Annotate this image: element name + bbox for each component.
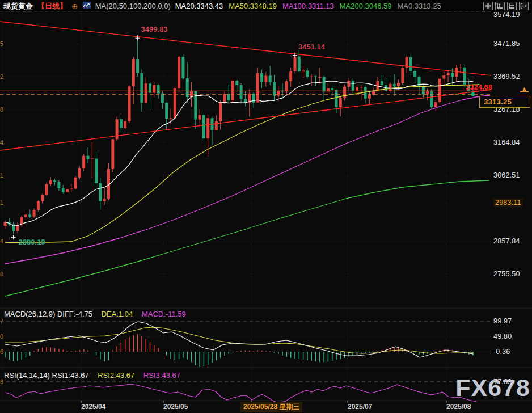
pane-expand-icon[interactable]: [519, 2, 529, 10]
axis-scale-right-icon[interactable]: [507, 2, 517, 10]
y-axis-label: 2755.50: [493, 270, 520, 278]
x-axis-label: 2025/04: [81, 403, 105, 411]
macd-diff-value: MACD(26,12,9) DIFF:-4.75: [4, 310, 92, 318]
current-price-box: 3313.25: [479, 96, 530, 108]
left-axis-fragment: 3: [0, 378, 3, 385]
ma-settings-label: MA(20,50,100,200,0,0): [95, 2, 171, 10]
x-axis-label: 2025/08: [446, 403, 471, 411]
left-axis-fragment: 1: [0, 172, 3, 179]
rsi1-value: RSI(14,14,14) RSI1:43.67: [4, 371, 89, 380]
period-selector[interactable]: 【日线】: [37, 1, 67, 11]
mini-chart-icon: [83, 2, 91, 11]
y-axis-label: 77.63: [493, 378, 512, 386]
crosshair-move-icon[interactable]: [483, 2, 493, 10]
rsi2-value: RSI2:43.67: [98, 371, 134, 380]
ma-value-4: MA0:3313.25: [398, 2, 441, 10]
toolbar: 现货黄金 【日线】 ⊕ MA(20,50,100,200,0,0) MA20:3…: [0, 0, 532, 11]
chart-canvas[interactable]: [0, 0, 532, 413]
y-axis-label: -0.36: [493, 348, 510, 356]
macd-dea-value: DEA:1.04: [102, 310, 133, 318]
left-axis-fragment: 4: [0, 139, 3, 146]
macd-hist-value: MACD:-11.59: [142, 310, 186, 318]
price-low-annotation: 2880.19: [19, 238, 45, 246]
macd-panel-title: MACD(26,12,9) DIFF:-4.75 DEA:1.04 MACD:-…: [4, 310, 193, 318]
ma-value-2: MA100:3311.13: [282, 2, 334, 10]
y-axis-label: 3369.52: [493, 73, 520, 81]
add-indicator-icon[interactable]: ⊕: [71, 2, 78, 10]
rsi-panel-title: RSI(14,14,14) RSI1:43.67 RSI2:43.67 RSI3…: [4, 371, 187, 380]
ma-value-3: MA200:3046.59: [340, 2, 392, 10]
x-axis-label: 2025/07: [348, 403, 372, 411]
y-axis-label: 3062.51: [493, 171, 520, 179]
price-high-annotation: 3451.14: [298, 43, 325, 51]
current-price-value: 3313.25: [480, 98, 512, 106]
y-axis-label: 49.80: [493, 332, 512, 340]
x-axis-highlighted-date: 2025/05/28 星期三: [240, 402, 302, 412]
left-axis-fragment: 6: [0, 348, 3, 355]
toolbar-icon-group: [483, 2, 529, 10]
y-axis-label: 3574.19: [493, 11, 520, 19]
ma-value-0: MA20:3343.43: [175, 2, 223, 10]
price-up-arrow-icon: ▲: [520, 86, 529, 92]
symbol-name: 现货黄金: [3, 1, 33, 11]
rsi3-value: RSI3:43.67: [143, 371, 180, 380]
y-axis-label: 99.97: [493, 317, 512, 325]
resistance-price-label: 3324.68: [466, 83, 492, 91]
left-axis-fragment: 2: [0, 73, 3, 80]
y-axis-label: 2983.11: [493, 199, 523, 206]
y-axis-label: 3471.85: [493, 40, 520, 48]
left-axis-fragment: 8: [0, 106, 3, 113]
axis-scale-up-icon[interactable]: [495, 2, 505, 10]
left-axis-fragment: 0: [0, 333, 3, 340]
left-axis-fragment: 4: [0, 238, 3, 245]
price-high-annotation: 3499.83: [141, 25, 168, 33]
ma-value-1: MA50:3348.19: [229, 2, 277, 10]
y-axis-label: 2857.84: [493, 237, 520, 245]
ma-values: MA20:3343.43MA50:3348.19MA100:3311.13MA2…: [175, 2, 447, 10]
left-axis-fragment: 1: [0, 199, 3, 206]
left-axis-fragment: 7: [0, 318, 3, 324]
left-axis-fragment: 5: [0, 40, 3, 47]
trading-chart-window: 现货黄金 【日线】 ⊕ MA(20,50,100,200,0,0) MA20:3…: [0, 0, 532, 413]
x-axis-label: 2025/05: [163, 403, 188, 411]
y-axis-label: 3164.84: [493, 138, 520, 146]
left-axis-fragment: 0: [0, 271, 3, 277]
